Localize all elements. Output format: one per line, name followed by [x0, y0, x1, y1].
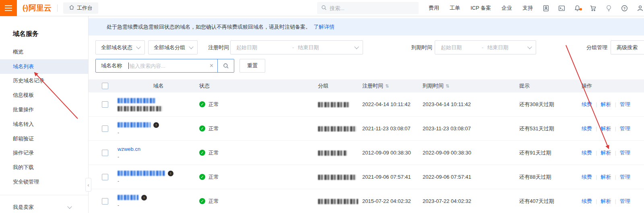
- row-checkbox[interactable]: [102, 174, 108, 180]
- sidebar-item-我的下载[interactable]: 我的下载: [0, 160, 88, 175]
- action-link-管理[interactable]: 管理: [620, 198, 630, 205]
- end-date-placeholder[interactable]: 结束日期: [298, 44, 355, 51]
- registration-time: 2021-09-06 07:57:41: [362, 174, 423, 180]
- action-separator: |: [596, 101, 597, 107]
- domain-redacted[interactable]: [118, 122, 151, 127]
- user-icon[interactable]: [632, 5, 644, 12]
- action-link-解析[interactable]: 解析: [601, 173, 611, 181]
- domain-badge-icon: ↑: [141, 195, 147, 200]
- bulb-icon[interactable]: [601, 5, 617, 12]
- action-separator: |: [596, 198, 597, 204]
- sort-icon[interactable]: ⇅: [385, 84, 389, 89]
- action-link-续费[interactable]: 续费: [582, 198, 592, 205]
- row-checkbox[interactable]: [102, 125, 108, 132]
- status-ok-icon: ✓: [199, 101, 205, 107]
- topbar-nav-item[interactable]: 企业: [496, 4, 517, 12]
- domain-redacted[interactable]: [118, 195, 138, 200]
- sidebar-item-操作记录[interactable]: 操作记录: [0, 146, 88, 161]
- sort-icon[interactable]: ⇅: [446, 84, 449, 89]
- action-link-管理[interactable]: 管理: [620, 101, 630, 108]
- sidebar-item-批量操作[interactable]: 批量操作: [0, 102, 88, 117]
- registration-time: 2022-04-14 10:11:42: [362, 101, 423, 107]
- workbench-button[interactable]: 工作台: [63, 2, 98, 14]
- app-icon[interactable]: [538, 5, 554, 12]
- sidebar-item-邮箱验证[interactable]: 邮箱验证: [0, 132, 88, 146]
- action-link-解析[interactable]: 解析: [601, 149, 611, 157]
- chevron-down-icon: [527, 44, 532, 49]
- cart-icon[interactable]: [585, 5, 601, 12]
- topbar-nav-item[interactable]: ICP 备案: [465, 4, 496, 12]
- status-text: 正常: [208, 125, 219, 132]
- action-separator: |: [615, 101, 616, 107]
- search-button[interactable]: [218, 59, 234, 72]
- main-content: 处于急需续费或急需赎回状态的域名，如您确认不再续费或赎回域名，请及时注销备案。 …: [89, 16, 644, 213]
- domain-status-dropdown[interactable]: 全部域名状态: [95, 40, 145, 54]
- clear-icon[interactable]: ×: [206, 63, 217, 69]
- sidebar-item-信息模板[interactable]: 信息模板: [0, 88, 88, 102]
- terminal-icon[interactable]: [554, 5, 570, 12]
- help-icon[interactable]: ?: [617, 5, 632, 12]
- status-ok-icon: ✓: [199, 174, 205, 180]
- action-link-解析[interactable]: 解析: [601, 198, 611, 205]
- start-date-placeholder[interactable]: 起始日期: [441, 44, 478, 51]
- registration-time: 2012-09-09 00:38:30: [362, 150, 423, 156]
- action-link-解析[interactable]: 解析: [601, 101, 611, 108]
- domain-search-combo: 域名名称 ×: [95, 59, 234, 73]
- sidebar-item-域名列表[interactable]: 域名列表: [0, 59, 88, 74]
- reset-button[interactable]: 重置: [239, 59, 265, 73]
- table-row: ↑-✓正常2021-11-23 03:08:072023-11-23 03:08…: [89, 117, 644, 141]
- logo-text: 阿里云: [29, 3, 52, 13]
- notice-text: 处于急需续费或急需赎回状态的域名，如您确认不再续费或赎回域名，请及时注销备案。: [107, 23, 311, 31]
- topbar-nav-item[interactable]: 支持: [517, 4, 538, 12]
- domain-sub-text: -: [118, 154, 199, 160]
- sidebar-item-历史域名记录[interactable]: 历史域名记录: [0, 74, 88, 88]
- expiration-time: 2022-09-09 00:38:30: [423, 150, 519, 156]
- action-link-管理[interactable]: 管理: [620, 149, 630, 157]
- end-date-placeholder[interactable]: 结束日期: [487, 44, 528, 51]
- domain-redacted[interactable]: [118, 171, 165, 176]
- exp-time-range-picker[interactable]: 起始日期 - 结束日期: [435, 40, 536, 54]
- domain-badge-icon: ↑: [153, 122, 159, 128]
- action-link-续费[interactable]: 续费: [582, 101, 592, 108]
- row-checkbox[interactable]: [102, 198, 108, 205]
- notice-learn-more-link[interactable]: 了解详情: [314, 23, 334, 31]
- row-checkbox[interactable]: [102, 150, 108, 156]
- svg-text:?: ?: [623, 6, 626, 10]
- domain-redacted[interactable]: [118, 98, 156, 103]
- reg-time-range-picker[interactable]: 起始日期 - 结束日期: [230, 40, 363, 54]
- row-checkbox[interactable]: [102, 101, 108, 108]
- global-search-input[interactable]: [330, 5, 415, 11]
- domain-link[interactable]: wzweb.cn: [118, 146, 140, 152]
- sidebar-item-域名转入[interactable]: 域名转入: [0, 117, 88, 132]
- action-link-解析[interactable]: 解析: [601, 125, 611, 132]
- action-link-管理[interactable]: 管理: [620, 125, 630, 132]
- sidebar-item-seller[interactable]: 我是卖家: [0, 198, 88, 213]
- global-search-box[interactable]: [317, 2, 419, 14]
- search-field-selector[interactable]: 域名名称: [96, 62, 128, 69]
- domain-group-dropdown[interactable]: 全部域名分组: [148, 40, 198, 54]
- advanced-search-button[interactable]: 高级搜索: [611, 40, 644, 54]
- expiry-tip: 还有91天过期: [519, 149, 582, 157]
- start-date-placeholder[interactable]: 起始日期: [236, 44, 288, 51]
- aliyun-logo[interactable]: (-) 阿里云: [23, 3, 52, 13]
- bell-icon[interactable]: [570, 5, 585, 12]
- sidebar-collapse-handle[interactable]: ‹: [85, 178, 91, 192]
- table-header: 域名状态分组注册时间⇅到期时间⇅提示操作: [89, 79, 644, 92]
- select-all-checkbox[interactable]: [102, 83, 108, 89]
- sidebar-item-安全锁管理[interactable]: 安全锁管理: [0, 175, 88, 189]
- notice-bar: 处于急需续费或急需赎回状态的域名，如您确认不再续费或赎回域名，请及时注销备案。 …: [89, 18, 644, 36]
- action-link-管理[interactable]: 管理: [620, 173, 630, 181]
- column-header: 到期时间⇅: [423, 82, 519, 90]
- domain-search-input[interactable]: [129, 63, 206, 69]
- group-manage-link[interactable]: 分组管理: [586, 40, 607, 54]
- action-link-续费[interactable]: 续费: [582, 149, 592, 157]
- topbar-nav-item[interactable]: 费用: [423, 4, 444, 12]
- hamburger-menu-button[interactable]: [0, 0, 17, 16]
- action-link-续费[interactable]: 续费: [582, 125, 592, 132]
- topbar-nav-item[interactable]: 工单: [444, 4, 465, 12]
- range-separator: -: [482, 44, 483, 50]
- topbar-right: 费用工单ICP 备案企业支持 ?: [423, 0, 644, 16]
- sidebar-item-概览[interactable]: 概览: [0, 45, 88, 59]
- expiry-tip: 还有308天过期: [519, 101, 582, 108]
- action-link-续费[interactable]: 续费: [582, 173, 592, 181]
